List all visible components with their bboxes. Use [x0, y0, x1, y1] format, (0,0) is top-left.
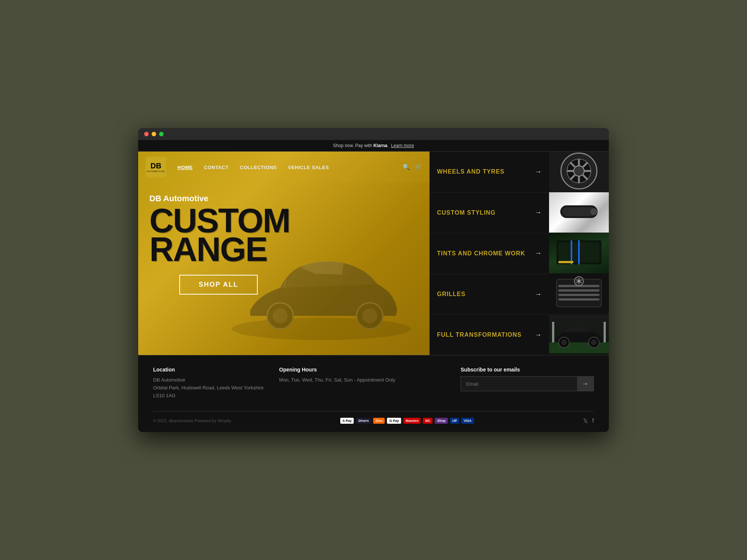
svg-rect-28	[558, 294, 599, 296]
wheels-arrow-icon: →	[535, 168, 542, 176]
footer-top: Location DB Automotive Orbital Park, Hud…	[153, 367, 594, 399]
nav-item-vehicle-sales[interactable]: VEHICLE SALES	[288, 164, 329, 171]
right-panel: WHEELS AND TYRES → CUSTOM STYLING → TINT…	[430, 152, 609, 355]
diners-badge: Diners	[356, 418, 371, 424]
footer: Location DB Automotive Orbital Park, Hud…	[138, 355, 609, 432]
menu-item-grilles[interactable]: GRILLES →	[430, 274, 549, 315]
transform-svg	[549, 314, 609, 353]
email-input[interactable]	[461, 377, 577, 391]
email-row: →	[461, 376, 594, 391]
svg-rect-27	[558, 289, 599, 292]
menu-item-transformations[interactable]: FULL TRANSFORMATIONS →	[430, 315, 549, 355]
banner-brand: Klarna	[374, 143, 387, 148]
svg-rect-34	[549, 342, 609, 353]
browser-chrome	[138, 128, 609, 140]
close-dot[interactable]	[144, 132, 149, 136]
email-submit-button[interactable]: →	[577, 377, 593, 391]
applepay-badge: A Pay	[340, 418, 354, 424]
right-panel-inner: WHEELS AND TYRES → CUSTOM STYLING → TINT…	[430, 152, 609, 355]
payment-icons: A Pay Diners Disc G Pay Maestro MC Shop …	[340, 418, 474, 424]
site-nav: DB AUTOMOTIVE HOME CONTACT COLLECTIONS V…	[138, 152, 430, 183]
maximize-dot[interactable]	[159, 132, 164, 136]
menu-item-wheels-label: WHEELS AND TYRES	[437, 168, 505, 175]
banner-link[interactable]: Learn more	[391, 143, 414, 148]
svg-point-19	[591, 209, 597, 215]
menu-item-custom-styling-label: CUSTOM STYLING	[437, 209, 496, 216]
grille-svg	[549, 274, 609, 312]
top-banner: Shop now. Pay with Klarna. Learn more	[138, 140, 609, 152]
site-wrapper: Shop now. Pay with Klarna. Learn more	[138, 140, 609, 432]
visa-badge: VISA	[461, 418, 474, 424]
nav-link-collections[interactable]: COLLECTIONS	[240, 165, 277, 170]
tint-svg	[549, 233, 609, 272]
nav-item-collections[interactable]: COLLECTIONS	[240, 164, 277, 171]
cart-icon[interactable]: 🛒	[415, 164, 422, 171]
svg-point-2	[273, 308, 288, 323]
footer-location-name: DB Automotive	[153, 376, 264, 384]
gpay-badge: G Pay	[387, 418, 401, 424]
menu-item-tints-label: TINTS AND CHROME WORK	[437, 250, 525, 257]
nav-icons: 🔍 🛒	[403, 164, 422, 171]
logo-sub: AUTOMOTIVE	[147, 170, 165, 172]
nav-item-home[interactable]: HOME	[177, 164, 193, 171]
banner-text: Shop now. Pay with	[333, 143, 374, 148]
nav-link-contact[interactable]: CONTACT	[204, 165, 229, 170]
main-area: DB AUTOMOTIVE HOME CONTACT COLLECTIONS V…	[138, 152, 609, 355]
tint-image	[549, 233, 609, 274]
nav-link-vehicle-sales[interactable]: VEHICLE SALES	[288, 165, 329, 170]
footer-location: Location DB Automotive Orbital Park, Hud…	[153, 367, 264, 399]
menu-item-wheels[interactable]: WHEELS AND TYRES →	[430, 152, 549, 192]
browser-window: Shop now. Pay with Klarna. Learn more	[138, 128, 609, 432]
mastercard-badge: MC	[423, 418, 433, 424]
chrome-svg	[549, 192, 609, 231]
footer-copyright: © 2023, dbautomotive Powered by Shopify	[153, 419, 231, 423]
maestro-badge: Maestro	[403, 418, 421, 424]
custom-styling-arrow-icon: →	[535, 209, 542, 217]
hero-title-line2: RANGE	[149, 235, 418, 264]
wheel-svg	[549, 152, 609, 190]
svg-point-0	[232, 318, 411, 340]
svg-point-8	[574, 166, 584, 176]
hero-section: DB AUTOMOTIVE HOME CONTACT COLLECTIONS V…	[138, 152, 430, 355]
svg-point-36	[561, 339, 567, 345]
menu-list: WHEELS AND TYRES → CUSTOM STYLING → TINT…	[430, 152, 549, 355]
logo-letters: DB	[151, 162, 161, 169]
nav-link-home[interactable]: HOME	[177, 165, 193, 170]
menu-item-tints[interactable]: TINTS AND CHROME WORK →	[430, 233, 549, 274]
shop-all-button[interactable]: SHOP ALL	[179, 275, 258, 295]
tints-arrow-icon: →	[535, 249, 542, 257]
logo[interactable]: DB AUTOMOTIVE	[146, 157, 166, 177]
social-icons: 𝕏 f	[583, 417, 594, 424]
discover-badge: Disc	[373, 418, 385, 424]
svg-rect-39	[552, 322, 554, 342]
footer-bottom: © 2023, dbautomotive Powered by Shopify …	[153, 411, 594, 424]
menu-item-transformations-label: FULL TRANSFORMATIONS	[437, 332, 522, 338]
menu-item-grilles-label: GRILLES	[437, 291, 465, 298]
nav-item-contact[interactable]: CONTACT	[204, 164, 229, 171]
grille-image	[549, 274, 609, 314]
unionpay-badge: UP	[450, 418, 459, 424]
svg-point-38	[591, 339, 597, 345]
shoppay-badge: Shop	[435, 418, 448, 424]
twitter-icon[interactable]: 𝕏	[583, 417, 588, 424]
search-icon[interactable]: 🔍	[403, 164, 410, 171]
footer-subscribe-heading: Subscribe to our emails	[461, 367, 594, 373]
svg-rect-24	[558, 261, 573, 263]
wheel-image	[549, 152, 609, 192]
svg-rect-40	[604, 322, 606, 342]
footer-subscribe: Subscribe to our emails →	[461, 367, 594, 399]
hero-content: DB Automotive CUSTOM RANGE SHOP ALL	[138, 183, 430, 309]
facebook-icon[interactable]: f	[592, 417, 594, 424]
grilles-arrow-icon: →	[535, 290, 542, 298]
chrome-image	[549, 192, 609, 233]
transformation-image	[549, 314, 609, 355]
image-strip	[549, 152, 609, 355]
svg-rect-29	[558, 298, 599, 301]
hero-title: CUSTOM RANGE	[149, 206, 418, 264]
footer-location-address: Orbital Park, Hudswell Road, Leeds West …	[153, 384, 264, 400]
footer-hours-heading: Opening Hours	[279, 367, 446, 373]
menu-item-custom-styling[interactable]: CUSTOM STYLING →	[430, 193, 549, 233]
footer-hours-text: Mon, Tue, Wed, Thu, Fri, Sat, Sun - Appo…	[279, 376, 446, 384]
minimize-dot[interactable]	[152, 132, 156, 136]
nav-links: HOME CONTACT COLLECTIONS VEHICLE SALES	[177, 164, 403, 171]
